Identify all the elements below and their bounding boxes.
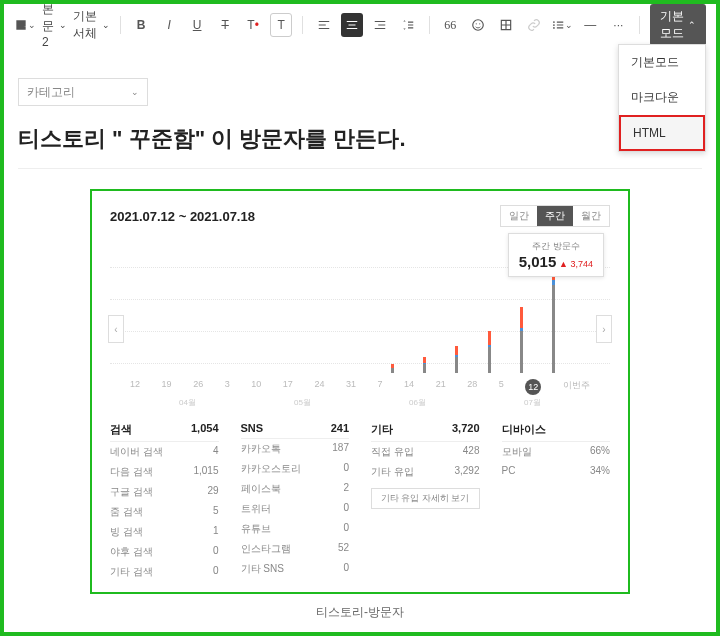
bar-col <box>291 253 299 373</box>
chart-prev-button[interactable]: ‹ <box>108 315 124 343</box>
x-label: 12 <box>525 379 541 395</box>
col-sns: SNS241 카카오톡187카카오스토리0페이스북2트위터0유튜브0인스타그램5… <box>241 422 350 582</box>
stat-row: 줌 검색5 <box>110 502 219 522</box>
stat-row: 카카오톡187 <box>241 439 350 459</box>
x-label: 28 <box>467 379 477 395</box>
stats-columns: 검색1,054 네이버 검색4다음 검색1,015구글 검색29줌 검색5빙 검… <box>110 422 610 582</box>
paragraph-select[interactable]: 본문2⌄ <box>42 1 67 49</box>
stat-row: 카카오스토리0 <box>241 459 350 479</box>
date-range: 2021.07.12 ~ 2021.07.18 <box>110 209 255 224</box>
stat-row: 기타 유입3,292 <box>371 462 480 482</box>
x-label: 17 <box>283 379 293 395</box>
stat-row: 유튜브0 <box>241 519 350 539</box>
x-label: 24 <box>314 379 324 395</box>
x-label: 12 <box>130 379 140 395</box>
emoji-icon[interactable] <box>467 13 489 37</box>
stat-row: 기타 검색0 <box>110 562 219 582</box>
col-search: 검색1,054 네이버 검색4다음 검색1,015구글 검색29줌 검색5빙 검… <box>110 422 219 582</box>
tab-weekly[interactable]: 주간 <box>537 206 573 226</box>
svg-point-2 <box>480 23 481 24</box>
editor-toolbar: ⌄ 본문2⌄ 기본서체⌄ B I U T T• T 66 ⌄ — ··· 기본모… <box>12 8 708 42</box>
align-right-icon[interactable] <box>369 13 391 37</box>
chevron-down-icon: ⌄ <box>131 87 139 97</box>
mode-button[interactable]: 기본모드⌃ <box>650 4 706 46</box>
svg-point-4 <box>553 24 555 26</box>
bar-col <box>388 253 396 373</box>
strike-icon[interactable]: T <box>214 13 236 37</box>
bar-col <box>453 253 461 373</box>
x-label: 이번주 <box>563 379 590 395</box>
x-label: 19 <box>162 379 172 395</box>
stat-row: 페이스북2 <box>241 479 350 499</box>
category-label: 카테고리 <box>27 84 75 101</box>
col-etc: 기타3,720 직접 유입428기타 유입3,292 기타 유입 자세히 보기 <box>371 422 480 582</box>
align-center-icon[interactable] <box>341 13 363 37</box>
more-icon[interactable]: ··· <box>607 13 629 37</box>
category-select[interactable]: 카테고리 ⌄ <box>18 78 148 106</box>
image-icon[interactable]: ⌄ <box>14 13 36 37</box>
image-caption: 티스토리-방문자 <box>12 604 708 621</box>
stat-row: 직접 유입428 <box>371 442 480 462</box>
bar-col <box>485 253 493 373</box>
x-label: 26 <box>193 379 203 395</box>
stat-row: 다음 검색1,015 <box>110 462 219 482</box>
stat-row: 야후 검색0 <box>110 542 219 562</box>
color-icon[interactable]: T• <box>242 13 264 37</box>
stat-row: PC34% <box>502 462 611 479</box>
align-left-icon[interactable] <box>313 13 335 37</box>
highlight-icon[interactable]: T <box>270 13 292 37</box>
x-label: 3 <box>225 379 230 395</box>
font-select[interactable]: 기본서체⌄ <box>73 8 109 42</box>
stat-row: 빙 검색1 <box>110 522 219 542</box>
quote-icon[interactable]: 66 <box>439 13 461 37</box>
stat-row: 구글 검색29 <box>110 482 219 502</box>
stat-row: 네이버 검색4 <box>110 442 219 462</box>
bar-col <box>324 253 332 373</box>
x-label: 14 <box>404 379 414 395</box>
bar-col <box>356 253 364 373</box>
list-icon[interactable]: ⌄ <box>551 13 573 37</box>
col-device: 디바이스 모바일66%PC34% <box>502 422 611 582</box>
chart-next-button[interactable]: › <box>596 315 612 343</box>
italic-icon[interactable]: I <box>158 13 180 37</box>
bar-col <box>195 253 203 373</box>
bar-col <box>162 253 170 373</box>
x-label: 7 <box>378 379 383 395</box>
bold-icon[interactable]: B <box>130 13 152 37</box>
mode-option-basic[interactable]: 기본모드 <box>619 45 705 80</box>
stat-row: 트위터0 <box>241 499 350 519</box>
stat-row: 인스타그램52 <box>241 539 350 559</box>
tab-monthly[interactable]: 월간 <box>573 206 609 226</box>
chart-tooltip: 주간 방문수 5,015 ▲ 3,744 <box>508 233 604 277</box>
mode-dropdown: 기본모드 마크다운 HTML <box>618 44 706 152</box>
period-tabs: 일간 주간 월간 <box>500 205 610 227</box>
table-icon[interactable] <box>495 13 517 37</box>
svg-point-5 <box>553 27 555 29</box>
app-frame: ⌄ 본문2⌄ 기본서체⌄ B I U T T• T 66 ⌄ — ··· 기본모… <box>0 0 720 636</box>
etc-more-button[interactable]: 기타 유입 자세히 보기 <box>371 488 480 509</box>
svg-point-3 <box>553 21 555 23</box>
svg-point-0 <box>473 20 484 31</box>
svg-point-1 <box>476 23 477 24</box>
stat-row: 기타 SNS0 <box>241 559 350 579</box>
stat-row: 모바일66% <box>502 442 611 462</box>
bar-col <box>421 253 429 373</box>
mode-option-markdown[interactable]: 마크다운 <box>619 80 705 115</box>
line-height-icon[interactable] <box>397 13 419 37</box>
hr-icon[interactable]: — <box>579 13 601 37</box>
link-icon[interactable] <box>523 13 545 37</box>
x-label: 31 <box>346 379 356 395</box>
bar-col <box>259 253 267 373</box>
mode-option-html[interactable]: HTML <box>619 115 705 151</box>
x-label: 10 <box>251 379 261 395</box>
underline-icon[interactable]: U <box>186 13 208 37</box>
bar-col <box>130 253 138 373</box>
stats-panel: 2021.07.12 ~ 2021.07.18 일간 주간 월간 주간 방문수 … <box>90 189 630 594</box>
post-title[interactable]: 티스토리 " 꾸준함" 이 방문자를 만든다. <box>18 124 708 154</box>
bar-col <box>227 253 235 373</box>
divider <box>18 168 702 169</box>
tab-daily[interactable]: 일간 <box>501 206 537 226</box>
x-label: 5 <box>499 379 504 395</box>
x-label: 21 <box>436 379 446 395</box>
